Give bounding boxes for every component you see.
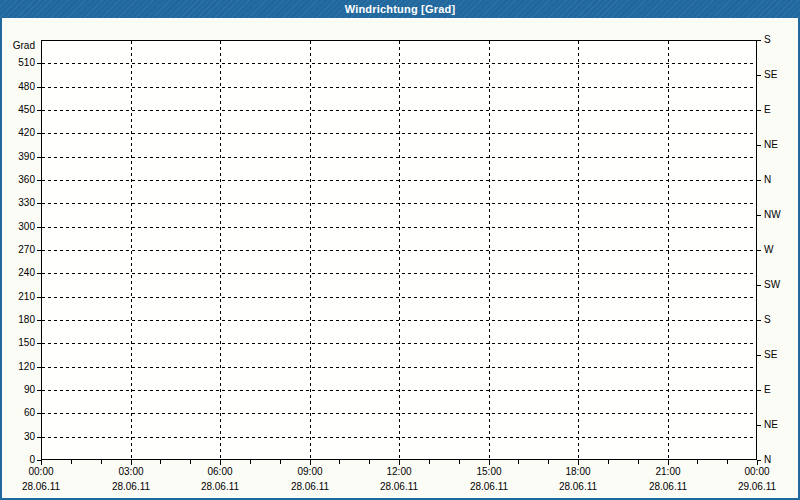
x-time-label: 00:00 (727, 466, 787, 477)
compass-axis-tick (757, 215, 761, 216)
x-time-label: 03:00 (101, 466, 161, 477)
compass-axis-tick (757, 110, 761, 111)
y-axis-tick (37, 367, 41, 368)
x-axis-minor-tick (608, 460, 609, 464)
y-axis-label: 300 (2, 221, 35, 232)
y-axis-tick (37, 320, 41, 321)
compass-label: SE (764, 349, 777, 360)
y-axis-unit-label: Grad (2, 40, 35, 51)
x-axis-minor-tick (280, 460, 281, 464)
x-time-label: 09:00 (280, 466, 340, 477)
compass-axis-tick (757, 320, 761, 321)
compass-label: S (764, 314, 771, 325)
x-axis-major-tick (220, 460, 221, 465)
v-gridline (489, 41, 490, 459)
chart-title: Windrichtung [Grad] (345, 3, 456, 15)
compass-axis-tick (757, 180, 761, 181)
x-axis-major-tick (668, 460, 669, 465)
x-date-label: 29.06.11 (727, 481, 787, 492)
y-axis-tick (37, 203, 41, 204)
x-axis-minor-tick (160, 460, 161, 464)
x-date-label: 28.06.11 (459, 481, 519, 492)
y-axis-tick (37, 110, 41, 111)
x-axis-minor-tick (250, 460, 251, 464)
x-axis-major-tick (131, 460, 132, 465)
y-axis-tick (37, 343, 41, 344)
x-time-label: 21:00 (638, 466, 698, 477)
x-axis-minor-tick (638, 460, 639, 464)
y-axis-tick (37, 157, 41, 158)
v-gridline (220, 41, 221, 459)
x-axis-major-tick (41, 460, 42, 465)
x-date-label: 28.06.11 (548, 481, 608, 492)
compass-label: NW (764, 209, 781, 220)
v-gridline (399, 41, 400, 459)
compass-label: S (764, 34, 771, 45)
x-axis-minor-tick (101, 460, 102, 464)
v-gridline (578, 41, 579, 459)
compass-label: W (764, 244, 773, 255)
v-gridline (131, 41, 132, 459)
x-axis-major-tick (757, 460, 758, 465)
y-axis-label: 210 (2, 291, 35, 302)
compass-axis-tick (757, 425, 761, 426)
y-axis-label: 480 (2, 81, 35, 92)
compass-axis-tick (757, 75, 761, 76)
compass-label: E (764, 384, 771, 395)
compass-axis-tick (757, 390, 761, 391)
x-axis-minor-tick (71, 460, 72, 464)
y-axis-label: 30 (2, 431, 35, 442)
compass-label: N (764, 174, 771, 185)
y-axis-label: 510 (2, 57, 35, 68)
y-axis-label: 450 (2, 104, 35, 115)
v-gridline (668, 41, 669, 459)
y-axis-tick (37, 87, 41, 88)
x-date-label: 28.06.11 (280, 481, 340, 492)
x-date-label: 28.06.11 (369, 481, 429, 492)
y-axis-tick (37, 227, 41, 228)
x-axis-major-tick (399, 460, 400, 465)
x-axis-minor-tick (548, 460, 549, 464)
x-axis-minor-tick (727, 460, 728, 464)
y-axis-tick (37, 63, 41, 64)
chart-window: Windrichtung [Grad] 03060901201501802102… (0, 0, 800, 500)
y-axis-label: 0 (2, 454, 35, 465)
y-axis-label: 180 (2, 314, 35, 325)
compass-label: NE (764, 419, 778, 430)
x-time-label: 18:00 (548, 466, 608, 477)
y-axis-label: 420 (2, 127, 35, 138)
x-time-label: 12:00 (369, 466, 429, 477)
compass-label: E (764, 104, 771, 115)
y-axis-tick (37, 437, 41, 438)
x-time-label: 06:00 (190, 466, 250, 477)
y-axis-label: 150 (2, 337, 35, 348)
x-axis-major-tick (578, 460, 579, 465)
compass-axis-tick (757, 145, 761, 146)
x-axis-minor-tick (429, 460, 430, 464)
y-axis-label: 360 (2, 174, 35, 185)
chart-canvas: 0306090120150180210240270300330360390420… (2, 18, 798, 498)
y-axis-label: 240 (2, 267, 35, 278)
compass-axis-tick (757, 355, 761, 356)
x-date-label: 28.06.11 (11, 481, 71, 492)
x-axis-major-tick (310, 460, 311, 465)
x-date-label: 28.06.11 (190, 481, 250, 492)
y-axis-tick (37, 297, 41, 298)
x-date-label: 28.06.11 (101, 481, 161, 492)
x-axis-major-tick (489, 460, 490, 465)
y-axis-tick (37, 250, 41, 251)
compass-label: NE (764, 139, 778, 150)
x-axis-minor-tick (369, 460, 370, 464)
chart-titlebar: Windrichtung [Grad] (0, 0, 800, 18)
x-axis-minor-tick (518, 460, 519, 464)
x-time-label: 00:00 (11, 466, 71, 477)
y-axis-tick (37, 413, 41, 414)
x-axis-minor-tick (339, 460, 340, 464)
y-axis-tick (37, 273, 41, 274)
y-axis-tick (37, 133, 41, 134)
x-axis-minor-tick (697, 460, 698, 464)
compass-label: SW (764, 279, 780, 290)
v-gridline (310, 41, 311, 459)
compass-axis-tick (757, 40, 761, 41)
x-date-label: 28.06.11 (638, 481, 698, 492)
